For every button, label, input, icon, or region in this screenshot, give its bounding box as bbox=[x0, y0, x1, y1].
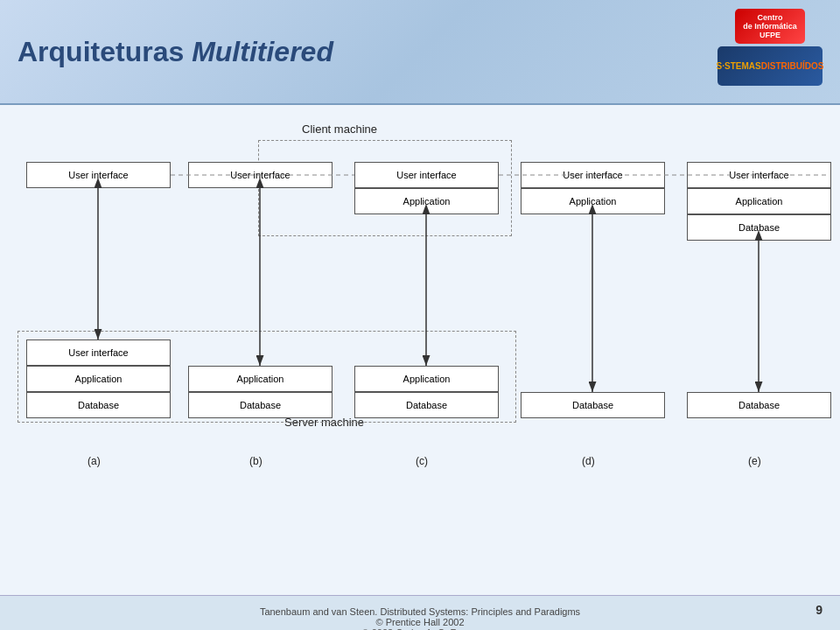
box-c-client-ui: User interface bbox=[354, 162, 499, 188]
footer-line3: © 2003 Carlos A. G. Ferraz bbox=[362, 627, 479, 631]
footer-line1: Tanenbaum and van Steen. Distributed Sys… bbox=[260, 606, 580, 617]
main-content: Client machine Server machine User inter… bbox=[0, 105, 840, 595]
footer-page: 9 bbox=[816, 603, 822, 617]
box-a-server-app: Application bbox=[26, 366, 171, 392]
box-a-server-ui: User interface bbox=[26, 340, 171, 366]
label-d: (d) bbox=[582, 455, 595, 467]
footer-line2: © Prentice Hall 2002 bbox=[375, 617, 464, 627]
label-e: (e) bbox=[748, 455, 761, 467]
footer: Tanenbaum and van Steen. Distributed Sys… bbox=[0, 595, 840, 630]
ci-logo: Centrode InformáticaUFPE bbox=[735, 9, 805, 44]
box-c-server-app: Application bbox=[354, 366, 499, 392]
box-d-client-app: Application bbox=[521, 188, 665, 214]
box-a-server-db: Database bbox=[26, 392, 171, 418]
box-b-client-ui: User interface bbox=[188, 162, 332, 188]
box-c-server-db: Database bbox=[354, 392, 499, 418]
box-d-client-ui: User interface bbox=[521, 162, 665, 188]
box-e-client-ui: User interface bbox=[687, 162, 831, 188]
label-a: (a) bbox=[88, 455, 101, 467]
box-e-server-db: Database bbox=[687, 392, 831, 418]
box-a-client-ui: User interface bbox=[26, 162, 171, 188]
box-b-server-app: Application bbox=[188, 366, 332, 392]
logo-area: Centrode InformáticaUFPE S·STEMASDISTRIB… bbox=[718, 9, 822, 86]
page-title: Arquiteturas Multitiered bbox=[18, 36, 333, 68]
box-e-client-app: Application bbox=[687, 188, 831, 214]
box-c-client-app: Application bbox=[354, 188, 499, 214]
box-b-server-db: Database bbox=[188, 392, 332, 418]
label-b: (b) bbox=[249, 455, 262, 467]
header: Arquiteturas Multitiered Centrode Inform… bbox=[0, 0, 840, 105]
diagram-area: Client machine Server machine User inter… bbox=[13, 114, 827, 542]
sistemas-logo: S·STEMASDISTRIBUÍDOS bbox=[718, 46, 822, 86]
box-e-client-db: Database bbox=[687, 214, 831, 241]
box-d-server-db: Database bbox=[521, 392, 665, 418]
label-c: (c) bbox=[416, 455, 428, 467]
client-machine-label: Client machine bbox=[302, 122, 377, 136]
